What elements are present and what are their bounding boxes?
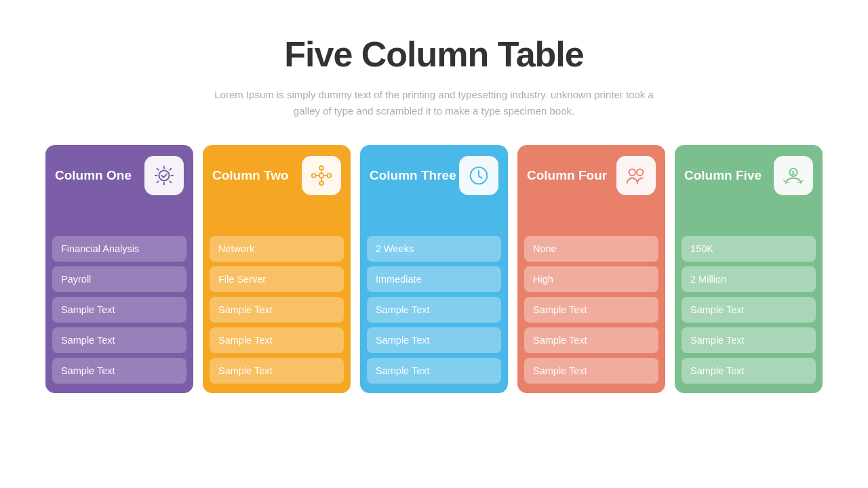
money-icon: $ xyxy=(782,164,805,187)
col-2-title: Column Two xyxy=(212,167,289,184)
svg-point-0 xyxy=(159,170,169,180)
col-5-items: 150K 2 Million Sample Text Sample Text S… xyxy=(675,236,823,384)
svg-text:$: $ xyxy=(791,169,795,176)
column-4: Column Four None High Sample Text Sample… xyxy=(517,145,665,393)
subtitle: Lorem Ipsum is simply dummy text of the … xyxy=(203,87,665,119)
col-2-icon-box xyxy=(302,156,341,195)
col-1-item-4: Sample Text xyxy=(52,358,186,384)
col-1-item-1: Payroll xyxy=(52,266,186,292)
svg-point-12 xyxy=(637,169,643,176)
col-3-items: 2 Weeks Immediate Sample Text Sample Tex… xyxy=(360,236,508,384)
network-icon xyxy=(310,164,333,187)
page-title: Five Column Table xyxy=(284,34,583,75)
col-3-item-0: 2 Weeks xyxy=(367,236,501,262)
col-1-item-0: Financial Analysis xyxy=(52,236,186,262)
col-3-item-3: Sample Text xyxy=(367,327,501,353)
col-2-header: Column Two xyxy=(203,145,351,236)
col-3-icon-box xyxy=(459,156,498,195)
col-1-header: Column One xyxy=(45,145,193,236)
column-5: Column Five $ 150K 2 Million Sample Text… xyxy=(675,145,823,393)
col-4-title: Column Four xyxy=(527,167,607,184)
col-5-icon-box: $ xyxy=(774,156,813,195)
col-3-header: Column Three xyxy=(360,145,508,236)
col-5-header: Column Five $ xyxy=(675,145,823,236)
col-4-item-2: Sample Text xyxy=(524,297,658,323)
col-5-title: Column Five xyxy=(684,167,762,184)
col-2-items: Network File Server Sample Text Sample T… xyxy=(203,236,351,384)
column-2: Column Two Network File Server Sample Te… xyxy=(203,145,351,393)
col-4-item-3: Sample Text xyxy=(524,327,658,353)
col-5-item-4: Sample Text xyxy=(682,358,816,384)
group-icon xyxy=(625,164,648,187)
col-2-item-4: Sample Text xyxy=(210,358,344,384)
col-4-item-1: High xyxy=(524,266,658,292)
column-1: Column One Financial Analysis Payroll Sa… xyxy=(45,145,193,393)
svg-point-3 xyxy=(328,174,332,178)
col-2-item-1: File Server xyxy=(210,266,344,292)
svg-point-5 xyxy=(319,182,323,186)
col-5-item-1: 2 Million xyxy=(682,266,816,292)
col-3-item-4: Sample Text xyxy=(367,358,501,384)
col-4-items: None High Sample Text Sample Text Sample… xyxy=(517,236,665,384)
col-5-item-2: Sample Text xyxy=(682,297,816,323)
gear-check-icon xyxy=(153,164,176,187)
svg-point-2 xyxy=(312,174,316,178)
table-container: Column One Financial Analysis Payroll Sa… xyxy=(0,145,868,393)
col-2-item-0: Network xyxy=(210,236,344,262)
col-1-item-2: Sample Text xyxy=(52,297,186,323)
col-4-item-4: Sample Text xyxy=(524,358,658,384)
col-1-item-3: Sample Text xyxy=(52,327,186,353)
col-5-item-0: 150K xyxy=(682,236,816,262)
col-4-icon-box xyxy=(616,156,656,195)
svg-point-11 xyxy=(629,169,635,176)
col-1-icon-box xyxy=(144,156,184,195)
col-2-item-2: Sample Text xyxy=(210,297,344,323)
svg-point-1 xyxy=(319,174,324,178)
col-4-header: Column Four xyxy=(517,145,665,236)
col-5-item-3: Sample Text xyxy=(682,327,816,353)
column-3: Column Three 2 Weeks Immediate Sample Te… xyxy=(360,145,508,393)
col-1-title: Column One xyxy=(55,167,132,184)
col-4-item-0: None xyxy=(524,236,658,262)
col-3-title: Column Three xyxy=(370,167,456,184)
clock-icon xyxy=(467,164,490,187)
col-2-item-3: Sample Text xyxy=(210,327,344,353)
svg-point-4 xyxy=(319,166,323,170)
col-3-item-1: Immediate xyxy=(367,266,501,292)
col-1-items: Financial Analysis Payroll Sample Text S… xyxy=(45,236,193,384)
col-3-item-2: Sample Text xyxy=(367,297,501,323)
